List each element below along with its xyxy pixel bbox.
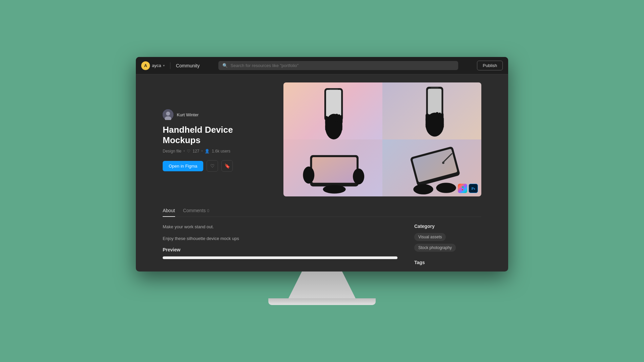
divider	[170, 62, 170, 69]
publish-button[interactable]: Publish	[477, 61, 503, 70]
search-bar: 🔍	[218, 61, 458, 70]
svg-point-24	[353, 169, 364, 185]
svg-rect-11	[335, 114, 338, 122]
below-content: About Comments0 Make your work stand out…	[136, 204, 508, 272]
tab-about[interactable]: About	[163, 204, 175, 217]
svg-rect-8	[325, 116, 328, 125]
header: A ayca ▾ Community 🔍 Publish	[136, 57, 508, 74]
preview-section: Preview	[163, 247, 401, 259]
svg-point-29	[436, 183, 456, 193]
preview-label: Preview	[163, 247, 401, 252]
svg-rect-18	[441, 113, 444, 121]
description-line-1: Make your work stand out.	[163, 224, 401, 231]
tab-comments[interactable]: Comments0	[183, 204, 209, 217]
tags-title: Tags	[414, 260, 481, 265]
tabs-row: About Comments0	[163, 204, 481, 217]
monitor-screen: A ayca ▾ Community 🔍 Publish	[136, 57, 508, 272]
tool-badges: Ps	[458, 184, 478, 193]
users-icon: 👤	[205, 149, 210, 154]
search-icon: 🔍	[222, 63, 228, 68]
community-label[interactable]: Community	[176, 63, 200, 68]
preview-quad-tl	[283, 82, 382, 139]
svg-rect-13	[428, 89, 442, 115]
like-button[interactable]: ♡	[207, 160, 218, 172]
svg-rect-22	[312, 157, 357, 183]
main-content: Kurt Winter Handheld Device Mockups Desi…	[136, 74, 508, 272]
search-input[interactable]	[230, 63, 454, 68]
preview-quad-bl	[283, 139, 382, 196]
left-panel: Kurt Winter Handheld Device Mockups Desi…	[163, 82, 270, 196]
tag-stock-photography[interactable]: Stock photography	[414, 244, 481, 254]
description-line-2: Enjoy these silhouette device mock ups	[163, 235, 401, 242]
resource-preview: Ps	[283, 82, 481, 196]
category-panel: Category Visual assets Stock photography…	[414, 224, 481, 265]
ps-badge: Ps	[469, 184, 478, 193]
bookmark-button[interactable]: 🔖	[221, 160, 233, 172]
category-title: Category	[414, 224, 481, 229]
username-label: ayca	[152, 63, 161, 68]
svg-rect-19	[438, 113, 441, 120]
actions-row: Open in Figma ♡ 🔖	[163, 160, 270, 172]
monitor-base	[268, 298, 376, 305]
svg-rect-20	[436, 112, 438, 119]
description-area: Make your work stand out. Enjoy these si…	[163, 224, 401, 265]
author-name: Kurt Winter	[177, 112, 199, 117]
preview-quad-tr	[382, 82, 481, 139]
resource-title: Handheld Device Mockups	[163, 125, 270, 145]
svg-point-33	[463, 188, 464, 189]
user-menu[interactable]: A ayca ▾	[141, 61, 165, 70]
svg-point-28	[413, 184, 433, 194]
svg-rect-10	[338, 114, 340, 122]
figma-badge	[458, 184, 467, 193]
svg-point-23	[303, 167, 314, 184]
likes-count: 127	[193, 149, 199, 154]
two-col-below: Make your work stand out. Enjoy these si…	[163, 224, 481, 265]
avatar: A	[141, 61, 150, 70]
heart-icon: ♡	[187, 149, 191, 154]
svg-rect-17	[426, 114, 429, 122]
author-avatar	[163, 109, 173, 120]
svg-rect-5	[329, 89, 338, 90]
author-info: Kurt Winter	[163, 109, 270, 120]
resource-meta: Design file • ♡ 127 • 👤 1.6k users	[163, 149, 270, 154]
svg-point-1	[166, 112, 170, 116]
tag-chip-stock-photography[interactable]: Stock photography	[414, 244, 456, 252]
svg-rect-14	[431, 87, 439, 88]
svg-rect-4	[326, 90, 341, 117]
monitor-stand	[288, 272, 356, 298]
svg-rect-9	[340, 115, 343, 123]
svg-point-31	[442, 162, 444, 164]
svg-point-25	[323, 185, 346, 194]
chevron-down-icon: ▾	[163, 64, 165, 67]
preview-bar	[163, 256, 397, 259]
content-area: Kurt Winter Handheld Device Mockups Desi…	[136, 74, 508, 204]
users-count: 1.6k users	[212, 149, 230, 154]
search-input-wrapper[interactable]: 🔍	[218, 61, 458, 70]
open-figma-button[interactable]: Open in Figma	[163, 161, 203, 171]
tag-chip-visual-assets[interactable]: Visual assets	[414, 233, 446, 241]
tag-visual-assets[interactable]: Visual assets	[414, 233, 481, 244]
resource-type: Design file	[163, 149, 181, 154]
